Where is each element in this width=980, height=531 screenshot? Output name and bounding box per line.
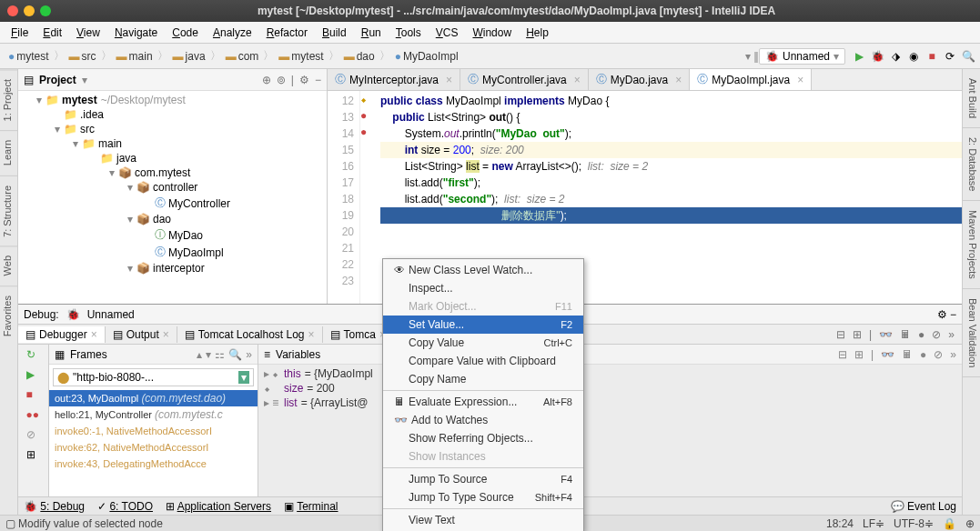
close-icon[interactable]: × xyxy=(675,74,682,86)
tree-node[interactable]: ⒸMyDaoImpl xyxy=(18,244,327,261)
thread-selector[interactable]: ⬤"http-bio-8080-...▾ xyxy=(53,368,254,386)
menu-refactor[interactable]: Refactor xyxy=(261,25,313,41)
tool-tab[interactable]: 7: Structure xyxy=(0,175,17,246)
tree-node[interactable]: ▾📦dao xyxy=(18,212,327,226)
collapse-icon[interactable]: ⊕ xyxy=(262,74,271,86)
stack-frame[interactable]: invoke0:-1, NativeMethodAccessorI xyxy=(49,423,258,439)
variable-row[interactable]: ▸ ⬥this = {MyDaoImpl xyxy=(260,366,960,381)
tool-tab[interactable]: Learn xyxy=(0,130,17,175)
menu-view[interactable]: View xyxy=(71,25,106,41)
run-icon[interactable]: ▶ xyxy=(853,50,865,63)
menu-help[interactable]: Help xyxy=(520,25,554,41)
close-icon[interactable]: × xyxy=(574,74,581,86)
status-item[interactable]: LF≑ xyxy=(863,517,884,530)
profile-icon[interactable]: ◉ xyxy=(907,50,920,63)
debug-tab[interactable]: ▤Debugger× xyxy=(18,326,106,343)
tree-node[interactable]: ▾📁mytest~/Desktop/mytest xyxy=(18,93,327,107)
tool-tab[interactable]: Web xyxy=(0,245,17,285)
hide-icon[interactable]: − xyxy=(950,308,956,321)
breadcrumb-item[interactable]: ▬main xyxy=(114,49,156,64)
tool-tab[interactable]: Favorites xyxy=(0,286,17,346)
context-menu-item[interactable]: Inspect... xyxy=(383,279,583,297)
tree-node[interactable]: 📁java xyxy=(18,151,327,165)
menu-build[interactable]: Build xyxy=(317,25,352,41)
rerun-icon[interactable]: ↻ xyxy=(26,348,41,363)
vcs-icon[interactable]: ⟳ xyxy=(944,50,956,63)
context-menu-item[interactable]: 🖩Evaluate Expression...Alt+F8 xyxy=(383,393,583,411)
tree-node[interactable]: ⒾMyDao xyxy=(18,226,327,244)
menu-navigate[interactable]: Navigate xyxy=(109,25,163,41)
coverage-icon[interactable]: ⬗ xyxy=(889,50,902,63)
menu-tools[interactable]: Tools xyxy=(390,25,427,41)
breadcrumb-item[interactable]: ▬mytest xyxy=(276,49,326,64)
close-button[interactable] xyxy=(7,5,18,16)
stop-icon[interactable]: ■ xyxy=(26,388,41,403)
stack-frame[interactable]: hello:21, MyController (com.mytest.c xyxy=(49,406,258,423)
event-log-tab[interactable]: 💬 Event Log xyxy=(891,500,956,513)
stack-frame[interactable]: invoke:43, DelegatingMethodAcce xyxy=(49,456,258,472)
tree-node[interactable]: ▾📁main xyxy=(18,136,327,151)
editor-tab[interactable]: ⒸMyInterceptor.java× xyxy=(328,69,460,90)
tool-tab[interactable]: Maven Projects xyxy=(963,201,980,289)
settings-icon[interactable]: ⚙ xyxy=(299,74,309,86)
bottom-tab[interactable]: ⊞ Application Servers xyxy=(166,500,271,513)
tool-tab[interactable]: Ant Build xyxy=(963,69,980,128)
context-menu-item[interactable]: Copy Name xyxy=(383,370,583,388)
stack-frame[interactable]: invoke:62, NativeMethodAccessorI xyxy=(49,439,258,456)
bottom-tab[interactable]: ▣ Terminal xyxy=(284,500,338,513)
context-menu-item[interactable]: View Text xyxy=(383,511,583,529)
menu-file[interactable]: File xyxy=(5,25,34,41)
stop-icon[interactable]: ■ xyxy=(925,50,938,63)
resume-icon[interactable]: ▶ xyxy=(26,368,41,383)
breadcrumb[interactable]: ●mytest〉▬src〉▬main〉▬java〉▬com〉▬mytest〉▬d… xyxy=(5,48,745,64)
hide-icon[interactable]: − xyxy=(315,74,321,86)
project-tree[interactable]: ▾📁mytest~/Desktop/mytest📁.idea▾📁src▾📁mai… xyxy=(18,91,327,304)
minimize-button[interactable] xyxy=(24,5,35,16)
maximize-button[interactable] xyxy=(40,5,51,16)
debug-tab[interactable]: ▤Tomcat Localhost Log× xyxy=(177,326,323,343)
layout-icon[interactable]: ⊞ xyxy=(26,448,41,463)
bottom-tab[interactable]: 🐞 5: Debug xyxy=(24,500,85,513)
breadcrumb-item[interactable]: ▬dao xyxy=(341,49,378,64)
editor-tab[interactable]: ⒸMyController.java× xyxy=(460,69,589,90)
tool-tab[interactable]: 1: Project xyxy=(0,69,17,130)
debug-icon[interactable]: 🐞 xyxy=(871,50,884,63)
target-icon[interactable]: ⊚ xyxy=(277,74,286,86)
breadcrumb-item[interactable]: ▬com xyxy=(223,49,262,64)
tool-tab[interactable]: 2: Database xyxy=(963,128,980,201)
debug-tab[interactable]: ▤Output× xyxy=(106,326,177,343)
menu-edit[interactable]: Edit xyxy=(37,25,67,41)
context-menu-item[interactable]: Jump To SourceF4 xyxy=(383,470,583,488)
breadcrumb-item[interactable]: ▬src xyxy=(66,49,99,64)
tree-node[interactable]: ▾📁src xyxy=(18,122,327,136)
context-menu-item[interactable]: Copy ValueCtrl+C xyxy=(383,334,583,352)
context-menu-item[interactable]: Compare Value with Clipboard xyxy=(383,352,583,370)
close-icon[interactable]: × xyxy=(797,74,803,86)
variable-row[interactable]: ▸ ≡list = {ArrayList@ xyxy=(260,396,960,410)
menu-window[interactable]: Window xyxy=(467,25,517,41)
tree-node[interactable]: ▾📦com.mytest xyxy=(18,165,327,180)
menu-code[interactable]: Code xyxy=(167,25,204,41)
status-item[interactable]: 18:24 xyxy=(826,517,854,530)
menu-analyze[interactable]: Analyze xyxy=(207,25,258,41)
editor-tab[interactable]: ⒸMyDao.java× xyxy=(589,69,690,90)
menu-vcs[interactable]: VCS xyxy=(430,25,464,41)
editor-tab[interactable]: ⒸMyDaoImpl.java× xyxy=(690,69,812,90)
settings-icon[interactable]: ⚙ xyxy=(937,308,947,321)
variable-row[interactable]: ⬥size = 200 xyxy=(260,381,960,396)
breadcrumb-item[interactable]: ▬java xyxy=(170,49,208,64)
status-item[interactable]: UTF-8≑ xyxy=(894,517,934,530)
tool-tab[interactable]: Bean Validation xyxy=(963,289,980,377)
bottom-tab[interactable]: ✓ 6: TODO xyxy=(97,500,153,513)
mute-icon[interactable]: ⊘ xyxy=(26,428,41,443)
context-menu-item[interactable]: Jump To Type SourceShift+F4 xyxy=(383,488,583,506)
context-menu-item[interactable]: 👓Add to Watches xyxy=(383,411,583,429)
breadcrumb-item[interactable]: ●MyDaoImpl xyxy=(392,49,461,64)
tree-node[interactable]: ▾📦interceptor xyxy=(18,261,327,276)
close-icon[interactable]: × xyxy=(446,74,452,86)
tree-node[interactable]: ▾📦controller xyxy=(18,180,327,195)
tree-node[interactable]: 📁.idea xyxy=(18,107,327,122)
tree-node[interactable]: ⒸMyController xyxy=(18,195,327,212)
search-icon[interactable]: 🔍 xyxy=(962,50,975,63)
context-menu-item[interactable]: Show Referring Objects... xyxy=(383,429,583,447)
